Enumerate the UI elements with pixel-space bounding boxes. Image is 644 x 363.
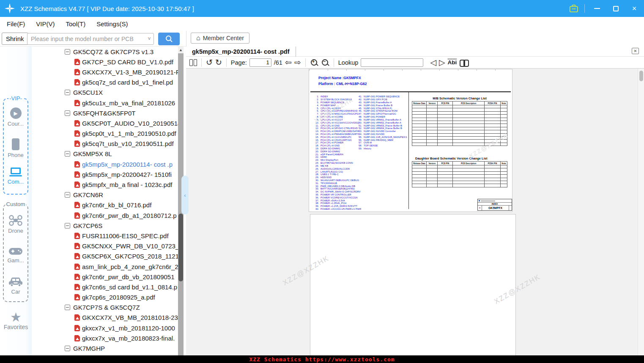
tree-row[interactable]: gk5cu1x_mb_va_final_20181026 xyxy=(32,98,178,108)
rotate-left-icon[interactable]: ↺ xyxy=(206,58,213,68)
close-document-icon[interactable]: ✕ xyxy=(632,48,639,54)
index-number: 14. xyxy=(314,133,321,135)
maximize-button[interactable] xyxy=(609,3,622,14)
chevron-down-icon[interactable]: ˅ xyxy=(145,36,153,42)
tree-row[interactable]: gkxcx7x_va_mb_20180823-final. xyxy=(32,333,178,343)
table-header-cell: PCB Description xyxy=(453,162,484,165)
collapse-minus-icon[interactable] xyxy=(65,110,70,116)
tree-row[interactable]: gk5cq7t_usb_v10_20190511.pdf xyxy=(32,139,178,149)
tree-row[interactable]: FUSR111006-E1S0_SPEC.pdf xyxy=(32,231,178,241)
index-title: POWER +1.05VA_PCH xyxy=(321,202,346,204)
tree-row[interactable]: gk7cn6r_kb_bl_0716.pdf xyxy=(32,200,178,210)
sidebar-item-game[interactable]: Gam... xyxy=(4,247,27,264)
collapse-panel-handle[interactable]: ‹ xyxy=(181,176,189,214)
tree-row[interactable]: GK5FQHT&GK5FP0T xyxy=(32,108,178,118)
page-number-input[interactable] xyxy=(249,58,271,67)
index-number: 38. xyxy=(314,202,321,204)
index-number: 34. xyxy=(314,190,321,193)
index-entry: 39. POWER +1.2V5_DDR/2.5V5/VTT xyxy=(314,205,406,208)
tree-row[interactable]: GK7CN6R xyxy=(32,190,178,200)
tree-row[interactable]: GK7CP7S & GK5CQ7Z xyxy=(32,302,178,313)
collapse-minus-icon[interactable] xyxy=(65,346,70,351)
tree-row[interactable]: gk5mp5x_mp-20200427- 1510fi xyxy=(32,169,178,179)
tree-row[interactable]: GKXCX7X_VB_MB_20181018-230 xyxy=(32,313,178,323)
tree-row[interactable]: gk5mpfx_mb_a final - 1023c.pdf xyxy=(32,179,178,190)
tree-row[interactable]: gkxcx7x_v1_mb_20181120-1000 xyxy=(32,323,178,333)
index-number: 17. xyxy=(314,141,321,144)
next-result-button[interactable]: ▷ xyxy=(439,58,445,68)
menu-settings[interactable]: Settings(S) xyxy=(96,20,128,28)
index-title: N18P-G61 1V8_AON/1V8_MAIN/PEX/1.8VA xyxy=(364,136,407,138)
tree-row[interactable]: GK7CP6S xyxy=(32,220,178,231)
platform: Platform : CML-H+N18P-G62 xyxy=(318,81,367,87)
sidebar-item-phone[interactable]: Phone xyxy=(4,138,27,158)
title-block: INDEX + GK5MPFX xyxy=(477,199,512,211)
index-number: 12. xyxy=(314,127,321,129)
tree-row[interactable]: GK5CU1X xyxy=(32,88,178,98)
whole-word-toggle[interactable]: Abi xyxy=(448,58,457,68)
index-entry: 23. Mini DisplayPort xyxy=(314,159,406,162)
pdf-page-2 xyxy=(310,214,516,355)
tree-row[interactable]: GK5CP6X_GK7CP0S_2018_1121.p xyxy=(32,251,178,261)
binoculars-find-icon[interactable] xyxy=(459,59,469,66)
sidebar-item-car[interactable]: Car xyxy=(4,277,27,295)
tree-scrollbar-thumb[interactable] xyxy=(178,214,183,281)
sidebar-item-course[interactable]: ▶ Cour... xyxy=(4,107,27,127)
tree-row[interactable]: GK5MP5X 8L xyxy=(32,149,178,159)
search-button[interactable] xyxy=(158,33,180,45)
sidebar-item-computer[interactable]: Com... xyxy=(4,168,27,185)
table-row xyxy=(412,118,507,121)
tree-row[interactable]: gk5cp0t_v1_1_mb_20190510.pdf xyxy=(32,129,178,139)
collapse-minus-icon[interactable] xyxy=(65,223,70,228)
minimize-button[interactable] xyxy=(591,3,603,14)
previous-page-button[interactable]: ⇦ xyxy=(285,58,292,68)
member-center-button[interactable]: ⌂ Member Center xyxy=(191,33,249,44)
tree-row[interactable]: GK5CNXX_PWR_DB_V10_0723_1 xyxy=(32,241,178,251)
tree-row[interactable]: gk7cn6s_sd card bd_v1.1_0814.p xyxy=(32,282,178,292)
menu-tool[interactable]: Tool(T) xyxy=(66,20,86,28)
tree-row[interactable]: gk7cn6r_pwr_db_vb_201809051 xyxy=(32,272,178,282)
zoom-out-button[interactable]: − xyxy=(321,58,329,67)
zoom-in-button[interactable]: + xyxy=(310,58,318,67)
menu-vip[interactable]: VIP(V) xyxy=(36,20,55,28)
document-area[interactable]: Project Name :GK5MPFX Platform : CML-H+N… xyxy=(186,69,638,355)
lookup-input[interactable] xyxy=(361,58,423,67)
tree-row[interactable]: asm_link_pcb_4_zone_gk7cn6r_2 xyxy=(32,261,178,272)
tree-item-label: gk5cq7z_sd card bd_v1_finel.pd xyxy=(82,79,173,86)
next-page-button[interactable]: ⇨ xyxy=(294,58,301,68)
menu-file[interactable]: File(F) xyxy=(7,20,25,28)
tree-row[interactable]: GK7CP_SD CARD BD_V1.0.pdf xyxy=(32,57,178,67)
sidebar-item-favorites[interactable]: ★ Favorites xyxy=(0,311,32,330)
collapse-minus-icon[interactable] xyxy=(65,90,70,95)
index-number: 48. xyxy=(357,116,364,118)
model-search-input[interactable] xyxy=(27,36,145,42)
two-page-view-icon[interactable] xyxy=(189,58,197,68)
tree-row[interactable]: GK5CQ7Z & GK7CP7S v1.3 xyxy=(32,47,178,57)
tree-row[interactable]: gk7cn6r_pwr_db_a1_20180712.p xyxy=(32,210,178,220)
viewer-scrollbar[interactable] xyxy=(638,69,644,355)
collapse-minus-icon[interactable] xyxy=(65,49,70,55)
tree-item-label: gk7cn6r_pwr_db_a1_20180712.p xyxy=(82,212,177,219)
tree-row[interactable]: gk5cq7z_sd card bd_v1_finel.pd xyxy=(32,77,178,88)
scroll-up-icon[interactable]: ▲ xyxy=(178,47,184,53)
viewer-scrollbar-thumb[interactable] xyxy=(639,71,643,81)
tree-row[interactable]: gk7cp6s_20180925_a.pdf xyxy=(32,292,178,302)
document-tab[interactable]: gk5mp5x_mp-20200114- cost .pdf xyxy=(192,47,296,57)
collapse-minus-icon[interactable] xyxy=(65,192,70,198)
briefcase-icon[interactable] xyxy=(569,4,578,13)
close-button[interactable]: × xyxy=(628,3,641,14)
shrink-button[interactable]: Shrink xyxy=(2,33,28,45)
tree-row[interactable]: gk5mp5x_mp-20200114- cost .p xyxy=(32,159,178,169)
sidebar-item-drone[interactable]: Drone xyxy=(4,215,27,234)
page-total: /61 xyxy=(274,59,282,66)
tree-row[interactable]: GK7MGHP xyxy=(32,343,178,353)
tree-item-label: GK7CN6R xyxy=(73,191,103,198)
tree-row[interactable]: GK5CP0T_AUDIO_V10_20190514 xyxy=(32,118,178,128)
index-number: 28. xyxy=(314,173,321,176)
titlebar-separator xyxy=(584,4,585,13)
rotate-right-icon[interactable]: ↻ xyxy=(215,58,222,68)
collapse-minus-icon[interactable] xyxy=(65,305,70,310)
tree-row[interactable]: GKXCX7X_V1-3_MB_20190121-F xyxy=(32,67,178,77)
previous-result-button[interactable]: ◁ xyxy=(430,58,436,68)
collapse-minus-icon[interactable] xyxy=(65,151,70,157)
